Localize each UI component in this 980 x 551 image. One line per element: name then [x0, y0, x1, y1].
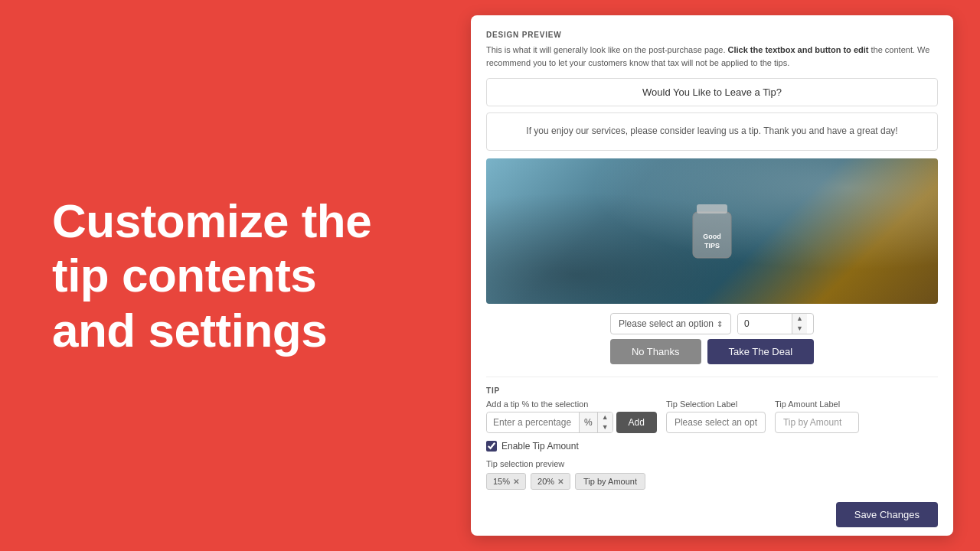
- percent-wrap: % ▲ ▼: [486, 412, 613, 433]
- right-panel: DESIGN PREVIEW This is what it will gene…: [444, 0, 980, 551]
- tip-tag-20-label: 20%: [537, 477, 554, 486]
- tip-image: Good TIPS: [486, 158, 938, 304]
- svg-text:TIPS: TIPS: [704, 242, 720, 249]
- select-chevron-icon: ⇕: [717, 320, 723, 328]
- select-text: Please select an option: [619, 318, 714, 329]
- tip-jar-graphic: Good TIPS: [681, 193, 743, 269]
- percent-down-btn[interactable]: ▼: [598, 422, 612, 432]
- percent-symbol: %: [579, 412, 597, 432]
- tip-number-input-wrap: ▲ ▼: [737, 313, 814, 334]
- design-preview-label: DESIGN PREVIEW: [486, 31, 938, 39]
- desc-normal: This is what it will generally look like…: [486, 45, 725, 54]
- save-row: Save Changes: [486, 502, 938, 527]
- card: DESIGN PREVIEW This is what it will gene…: [471, 15, 953, 536]
- svg-text:Good: Good: [703, 233, 721, 240]
- tip-tag-20-remove[interactable]: ✕: [557, 478, 564, 486]
- add-tip-button[interactable]: Add: [616, 412, 657, 433]
- svg-rect-1: [697, 204, 727, 214]
- enable-tip-label: Enable Tip Amount: [501, 441, 579, 452]
- preview-message-box[interactable]: If you enjoy our services, please consid…: [486, 112, 938, 151]
- selection-label-input[interactable]: [666, 412, 766, 433]
- selection-label-group: Tip Selection Label: [666, 399, 766, 433]
- take-deal-button[interactable]: Take The Deal: [707, 339, 815, 364]
- tip-tag-15: 15% ✕: [486, 473, 526, 490]
- tip-tag-amount-label: Tip by Amount: [583, 477, 637, 486]
- action-buttons: No Thanks Take The Deal: [486, 339, 938, 364]
- preview-message-text: If you enjoy our services, please consid…: [526, 126, 897, 136]
- percent-up-btn[interactable]: ▲: [598, 412, 612, 422]
- percent-spinner: ▲ ▼: [597, 412, 612, 432]
- tip-tag-15-remove[interactable]: ✕: [513, 478, 519, 486]
- amount-label: Tip Amount Label: [775, 399, 859, 409]
- enable-tip-row: Enable Tip Amount: [486, 441, 938, 452]
- tip-number-input[interactable]: [738, 314, 792, 334]
- enable-tip-checkbox[interactable]: [486, 441, 497, 452]
- tip-section: TIP Add a tip % to the selection % ▲ ▼: [486, 386, 938, 490]
- tip-label: TIP: [486, 386, 938, 395]
- tip-tag-20: 20% ✕: [531, 473, 570, 490]
- design-preview-desc: This is what it will generally look like…: [486, 44, 938, 69]
- tip-tags-row: 15% ✕ 20% ✕ Tip by Amount: [486, 473, 938, 490]
- left-panel: Customize the tip contents and settings: [0, 0, 444, 551]
- tip-fields-row: Add a tip % to the selection % ▲ ▼ Add: [486, 399, 938, 433]
- divider: [486, 377, 938, 377]
- no-thanks-button[interactable]: No Thanks: [610, 339, 701, 364]
- number-spinner: ▲ ▼: [792, 314, 807, 334]
- preview-title-box[interactable]: Would You Like to Leave a Tip?: [486, 78, 938, 106]
- headline: Customize the tip contents and settings: [52, 194, 392, 357]
- selection-label: Tip Selection Label: [666, 399, 766, 409]
- amount-label-input[interactable]: [775, 412, 859, 433]
- tip-option-select[interactable]: Please select an option ⇕: [610, 313, 731, 334]
- controls-row: Please select an option ⇕ ▲ ▼: [486, 313, 938, 334]
- percentage-input-row: % ▲ ▼ Add: [486, 412, 657, 433]
- amount-label-group: Tip Amount Label: [775, 399, 859, 433]
- save-button[interactable]: Save Changes: [836, 502, 938, 527]
- spinner-down-btn[interactable]: ▼: [792, 324, 807, 334]
- spinner-up-btn[interactable]: ▲: [792, 314, 807, 324]
- percentage-label: Add a tip % to the selection: [486, 399, 657, 409]
- tip-tag-amount: Tip by Amount: [575, 473, 645, 490]
- tip-preview-label: Tip selection preview: [486, 459, 938, 468]
- percentage-input[interactable]: [487, 412, 579, 432]
- desc-bold: Click the textbox and button to edit: [728, 45, 869, 54]
- preview-title-text: Would You Like to Leave a Tip?: [642, 86, 782, 98]
- tip-tag-15-label: 15%: [493, 477, 510, 486]
- percentage-field-group: Add a tip % to the selection % ▲ ▼ Add: [486, 399, 657, 433]
